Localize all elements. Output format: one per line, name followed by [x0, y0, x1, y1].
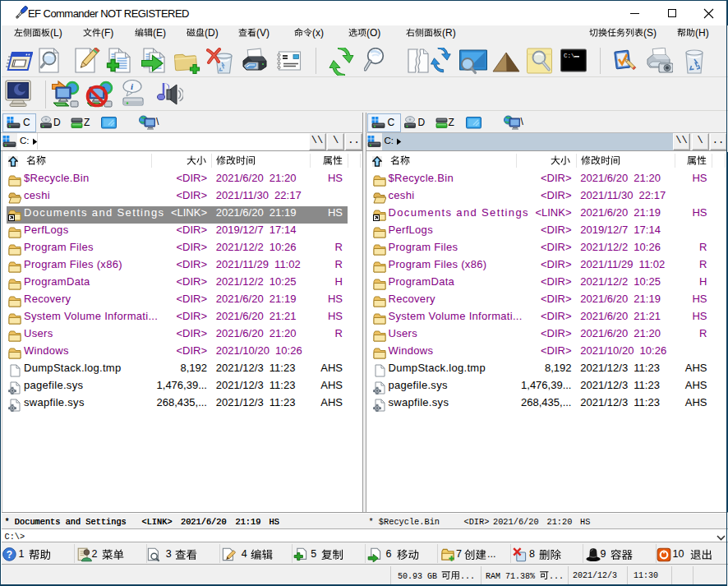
- svg-text:(V): (V): [256, 28, 270, 39]
- svg-text:(R): (R): [442, 28, 456, 39]
- svg-text:(E): (E): [153, 28, 166, 39]
- svg-text:RAM 71.38%: RAM 71.38%: [486, 572, 535, 581]
- svg-text:...: ...: [460, 572, 475, 581]
- svg-text:50.93 GB: 50.93 GB: [398, 572, 437, 581]
- svg-text:C:\: C:\: [564, 53, 575, 59]
- svg-text:(O): (O): [366, 28, 380, 39]
- svg-text:(L): (L): [50, 28, 62, 39]
- svg-text:(F): (F): [101, 28, 113, 39]
- svg-text:(S): (S): [643, 28, 657, 39]
- svg-text:...: ...: [549, 572, 564, 581]
- svg-text:(x): (x): [312, 28, 324, 39]
- svg-text:(D): (D): [205, 28, 219, 39]
- svg-text:(H): (H): [695, 28, 709, 39]
- svg-text:?: ?: [7, 548, 12, 560]
